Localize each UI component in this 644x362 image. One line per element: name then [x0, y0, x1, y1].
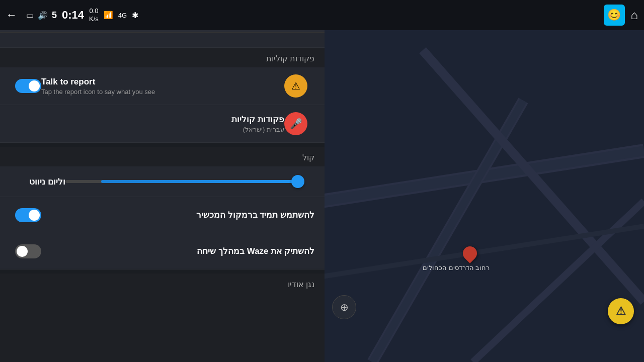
signal-icon: 📶 — [104, 11, 113, 20]
status-time: 0:14 — [62, 9, 84, 22]
talk-to-report-subtitle: Tap the report icon to say what you see — [41, 88, 284, 96]
mute-waze-title: להשתיק את Waze במהלך שיחה — [41, 246, 314, 256]
always-use-device-row[interactable]: להשתמש תמיד ברמקול המכשיר — [0, 197, 325, 233]
mute-waze-text: להשתיק את Waze במהלך שיחה — [41, 246, 314, 256]
volume-row: וליום ניווט — [0, 166, 325, 197]
section-sound-title: קול — [10, 153, 314, 162]
panel-content: פקודות קוליות Talk to report Tap the rep… — [0, 33, 325, 362]
screen-icon: ▭ — [26, 11, 34, 20]
always-use-device-title: להשתמש תמיד ברמקול המכשיר — [41, 210, 314, 220]
bluetooth-icon: ✱ — [132, 11, 138, 20]
voice-commands-language-text: פקודות קוליות עברית (ישראל) — [10, 114, 284, 133]
waze-avatar[interactable]: 😊 — [604, 5, 625, 26]
status-bar: ← ▭ 🔊 5 0:14 0.0K/s 📶 4G ✱ 😊 ⌂ — [0, 0, 644, 30]
warning-icon: ⚠ — [284, 74, 307, 98]
section-audio-header: נגן אודיו — [0, 274, 325, 293]
partial-row — [0, 33, 325, 48]
talk-to-report-text: Talk to report Tap the report icon to sa… — [41, 77, 284, 96]
voice-commands-language-row[interactable]: פקודות קוליות עברית (ישראל) 🎤 — [0, 105, 325, 143]
mic-icon: 🎤 — [284, 112, 307, 135]
voice-commands-language-subtitle: עברית (ישראל) — [10, 126, 284, 133]
volume-level: 5 — [52, 10, 57, 21]
section-audio-title: נגן אודיו — [10, 280, 314, 289]
talk-to-report-toggle[interactable] — [15, 79, 41, 93]
home-icon[interactable]: ⌂ — [631, 8, 638, 22]
mic-symbol: 🎤 — [290, 118, 302, 130]
compass-button[interactable]: ⊕ — [332, 295, 356, 319]
section-sound-header: קול — [0, 147, 325, 166]
warning-symbol: ⚠ — [291, 80, 300, 92]
mute-waze-toggle[interactable] — [15, 244, 41, 258]
volume-label: וליום ניווט — [10, 176, 65, 187]
map-report-button[interactable]: ⚠ — [608, 298, 634, 324]
voice-commands-language-title: פקודות קוליות — [10, 114, 284, 125]
network-icon: 4G — [118, 12, 127, 19]
section-separator-2 — [0, 269, 325, 274]
section-separator-1 — [0, 143, 325, 147]
talk-to-report-row[interactable]: Talk to report Tap the report icon to sa… — [0, 67, 325, 105]
volume-slider[interactable] — [65, 174, 304, 189]
always-use-device-text: להשתמש תמיד ברמקול המכשיר — [41, 210, 314, 220]
section-voice-commands-title: פקודות קוליות — [10, 54, 314, 63]
talk-to-report-title: Talk to report — [41, 77, 284, 87]
map-location-label: רחוב הדרדסים הכחולים — [423, 264, 490, 272]
mute-waze-row[interactable]: להשתיק את Waze במהלך שיחה — [0, 233, 325, 269]
status-back-icon[interactable]: ← — [6, 9, 17, 22]
volume-icon: 🔊 — [38, 11, 48, 20]
settings-panel: ← קול ושמע ✕ פקודות קוליות Talk to repor… — [0, 0, 325, 362]
section-voice-commands-header: פקודות קוליות — [0, 48, 325, 67]
status-speed: 0.0K/s — [89, 7, 99, 23]
map-marker — [463, 246, 477, 260]
always-use-device-toggle[interactable] — [15, 208, 41, 222]
